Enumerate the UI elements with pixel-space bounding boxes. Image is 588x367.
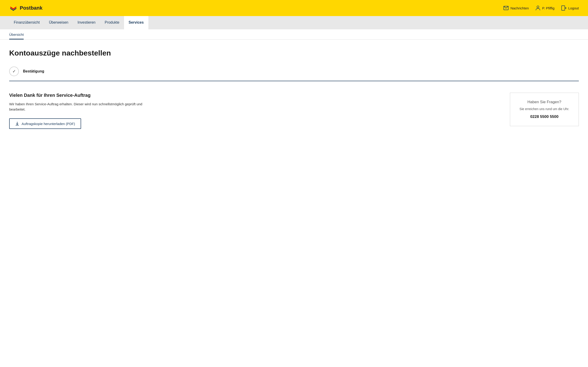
confirmation-section: Vielen Dank für Ihren Service-Auftrag Wi… (9, 88, 579, 133)
download-icon (15, 122, 19, 126)
header: Postbank Nachrichten P. Pfiffig (0, 0, 588, 16)
download-pdf-button[interactable]: Auftragskopie herunterladen (PDF) (9, 118, 81, 129)
logout-button[interactable]: Logout (561, 6, 579, 10)
postbank-logo-icon (9, 4, 17, 12)
step-indicator: ✓ Bestätigung (9, 67, 579, 76)
user-button[interactable]: P. Pfiffig (536, 6, 554, 10)
nav-item-produkte[interactable]: Produkte (100, 16, 124, 29)
svg-rect-0 (9, 4, 17, 12)
contact-box-title: Haben Sie Fragen? (516, 100, 573, 104)
logout-icon (561, 6, 566, 10)
download-btn-label: Auftragskopie herunterladen (PDF) (22, 122, 75, 126)
step-label: Bestätigung (23, 69, 44, 73)
col-left: Vielen Dank für Ihren Service-Auftrag Wi… (9, 93, 501, 129)
confirmation-text: Wir haben Ihren Service-Auftrag erhalten… (9, 102, 147, 112)
bottom-bar: Zur Self Services-Übersicht › (0, 363, 588, 367)
logo-text: Postbank (20, 5, 43, 11)
col-right: Haben Sie Fragen? Sie erreichen uns rund… (510, 93, 579, 126)
person-icon (536, 6, 540, 10)
logo-area: Postbank (9, 4, 43, 12)
header-actions: Nachrichten P. Pfiffig Logout (503, 6, 579, 10)
svg-point-6 (537, 6, 539, 8)
breadcrumb-bar: Übersicht (0, 29, 588, 40)
svg-rect-7 (562, 6, 565, 10)
main-content: Kontoauszüge nachbestellen ✓ Bestätigung… (0, 40, 588, 363)
step-circle: ✓ (9, 67, 19, 76)
main-nav: Finanzübersicht Überweisen Investieren P… (0, 16, 588, 29)
nav-item-services[interactable]: Services (124, 16, 148, 29)
confirmation-title: Vielen Dank für Ihren Service-Auftrag (9, 93, 501, 98)
two-col-layout: Vielen Dank für Ihren Service-Auftrag Wi… (9, 93, 579, 129)
contact-phone: 0228 5500 5500 (516, 115, 573, 119)
nav-item-finanzuebersicht[interactable]: Finanzübersicht (9, 16, 44, 29)
step-divider (9, 81, 579, 81)
page-title: Kontoauszüge nachbestellen (9, 49, 579, 57)
nav-item-investieren[interactable]: Investieren (73, 16, 100, 29)
contact-box: Haben Sie Fragen? Sie erreichen uns rund… (510, 93, 579, 126)
envelope-icon (503, 6, 509, 10)
breadcrumb[interactable]: Übersicht (9, 33, 24, 40)
logout-label: Logout (568, 6, 579, 10)
nachrichten-label: Nachrichten (510, 6, 529, 10)
checkmark-icon: ✓ (12, 69, 16, 74)
nav-item-ueberweisen[interactable]: Überweisen (44, 16, 73, 29)
user-label: P. Pfiffig (542, 6, 554, 10)
nachrichten-button[interactable]: Nachrichten (503, 6, 529, 10)
contact-box-subtitle: Sie erreichen uns rund um die Uhr. (516, 107, 573, 111)
